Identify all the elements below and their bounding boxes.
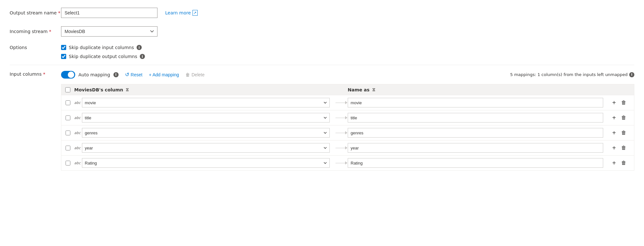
row5-add-button[interactable]: + <box>611 159 617 167</box>
mapping-info-icon: i <box>629 72 634 77</box>
skip-duplicate-output-label: Skip duplicate output columns <box>69 54 137 59</box>
delete-label: Delete <box>192 72 204 77</box>
row5-column-select[interactable]: movietitlegenresyearRating <box>82 158 330 168</box>
row3-type-tag: abc <box>74 131 81 135</box>
learn-more-text: Learn more <box>165 10 191 15</box>
table-row: abc movietitlegenresyearRating <box>61 156 634 170</box>
input-columns-row: Input columns * Auto mapping i ↺ Reset <box>10 70 634 171</box>
options-col: Skip duplicate input columns i Skip dupl… <box>61 45 145 59</box>
row3-arrow <box>335 131 348 134</box>
output-stream-required: * <box>58 10 60 15</box>
row3-arrow-line <box>335 131 347 134</box>
auto-mapping-toggle[interactable] <box>61 71 75 79</box>
skip-duplicate-input-label: Skip duplicate input columns <box>69 45 134 50</box>
output-stream-row: Output stream name * Learn more ↗ <box>10 6 634 19</box>
row4-arrow-head <box>345 146 347 149</box>
row2-arrow-head <box>345 116 347 119</box>
mapping-table-header: MoviesDB's column ⧖ Name as ⧖ <box>61 84 634 95</box>
row2-checkbox[interactable] <box>66 115 70 120</box>
row4-column-select[interactable]: movietitlegenresyearRating <box>82 143 330 153</box>
row3-column-select[interactable]: movietitlegenresyearRating <box>82 128 330 138</box>
col1-filter-icon[interactable]: ⧖ <box>126 87 129 92</box>
reset-button[interactable]: ↺ Reset <box>125 70 143 79</box>
row4-arrow-dash <box>335 148 345 148</box>
header-checkbox[interactable] <box>65 87 70 92</box>
row4-delete-button[interactable]: 🗑 <box>620 144 628 151</box>
row2-delete-button[interactable]: 🗑 <box>620 114 628 121</box>
row1-actions: + 🗑 <box>608 98 634 107</box>
row1-add-button[interactable]: + <box>611 98 617 107</box>
header-checkbox-col <box>61 87 74 92</box>
skip-duplicate-input-checkbox[interactable] <box>61 45 66 50</box>
delete-button[interactable]: 🗑 Delete <box>185 71 204 79</box>
row4-arrow-line <box>335 146 347 149</box>
auto-mapping-label: Auto mapping <box>78 72 110 77</box>
input-columns-required: * <box>43 72 45 77</box>
row2-arrow <box>335 116 348 119</box>
skip-duplicate-output-info-icon: i <box>140 54 145 59</box>
row1-name-as-col <box>348 98 608 107</box>
add-mapping-label: + Add mapping <box>149 72 179 77</box>
auto-mapping-container: Auto mapping i <box>61 71 119 79</box>
row5-checkbox[interactable] <box>66 161 70 165</box>
reset-icon: ↺ <box>125 72 129 78</box>
row4-add-button[interactable]: + <box>611 144 617 152</box>
row3-checkbox[interactable] <box>66 131 70 135</box>
row5-name-as-input[interactable] <box>348 158 603 168</box>
row1-arrow-dash <box>335 103 345 103</box>
mapping-info-text: 5 mappings: 1 column(s) from the inputs … <box>510 72 628 77</box>
row5-type-tag: abc <box>74 161 81 165</box>
row5-name-as-col <box>348 158 608 168</box>
col1-header-text: MoviesDB's column <box>74 87 123 92</box>
row4-checkbox[interactable] <box>66 146 70 150</box>
row3-arrow-dash <box>335 133 345 133</box>
row1-checkbox[interactable] <box>66 100 70 105</box>
row5-delete-button[interactable]: 🗑 <box>620 159 628 166</box>
row4-checkbox-col <box>61 146 74 150</box>
row2-name-as-col <box>348 113 608 123</box>
output-stream-label: Output stream name * <box>10 10 61 15</box>
skip-duplicate-output-row: Skip duplicate output columns i <box>61 54 145 59</box>
col2-filter-icon[interactable]: ⧖ <box>372 87 375 92</box>
row1-delete-button[interactable]: 🗑 <box>620 99 628 106</box>
reset-label: Reset <box>131 72 143 77</box>
row2-arrow-line <box>335 116 347 119</box>
row5-arrow-dash <box>335 163 345 163</box>
row4-column-col: abc movietitlegenresyearRating <box>74 143 335 153</box>
input-columns-content: Auto mapping i ↺ Reset + Add mapping 🗑 D… <box>61 70 634 171</box>
row2-add-button[interactable]: + <box>611 114 617 122</box>
add-mapping-button[interactable]: + Add mapping <box>149 71 179 79</box>
row4-name-as-col <box>348 143 608 153</box>
row1-arrow <box>335 101 348 104</box>
row5-actions: + 🗑 <box>608 159 634 167</box>
row3-name-as-col <box>348 128 608 138</box>
row5-column-col: abc movietitlegenresyearRating <box>74 158 335 168</box>
row3-delete-button[interactable]: 🗑 <box>620 129 628 136</box>
row3-column-col: abc movietitlegenresyearRating <box>74 128 335 138</box>
mapping-toolbar: Auto mapping i ↺ Reset + Add mapping 🗑 D… <box>61 70 634 79</box>
row3-name-as-input[interactable] <box>348 128 603 138</box>
row2-name-as-input[interactable] <box>348 113 603 123</box>
row3-add-button[interactable]: + <box>611 129 617 137</box>
row3-actions: + 🗑 <box>608 129 634 137</box>
row4-actions: + 🗑 <box>608 144 634 152</box>
incoming-stream-required: * <box>49 29 51 34</box>
table-row: abc movietitlegenresyearRating <box>61 125 634 140</box>
mapping-info: 5 mappings: 1 column(s) from the inputs … <box>510 72 634 77</box>
row1-arrow-line <box>335 101 347 104</box>
input-columns-label-text: Input columns <box>10 72 42 77</box>
row5-arrow <box>335 161 348 165</box>
delete-icon: 🗑 <box>185 72 190 77</box>
table-row: abc movietitlegenresyearRating <box>61 95 634 110</box>
row5-arrow-head <box>345 161 347 165</box>
row2-column-select[interactable]: movietitlegenresyearRating <box>82 113 330 123</box>
row5-arrow-line <box>335 161 347 165</box>
row1-name-as-input[interactable] <box>348 98 603 107</box>
learn-more-link[interactable]: Learn more ↗ <box>165 10 198 16</box>
row1-column-select[interactable]: movietitlegenresyearRating <box>82 98 330 107</box>
skip-duplicate-output-checkbox[interactable] <box>61 54 66 59</box>
row4-name-as-input[interactable] <box>348 143 603 153</box>
skip-duplicate-input-row: Skip duplicate input columns i <box>61 45 145 50</box>
incoming-stream-select[interactable]: MoviesDB <box>61 26 157 37</box>
output-stream-input[interactable] <box>61 8 157 18</box>
